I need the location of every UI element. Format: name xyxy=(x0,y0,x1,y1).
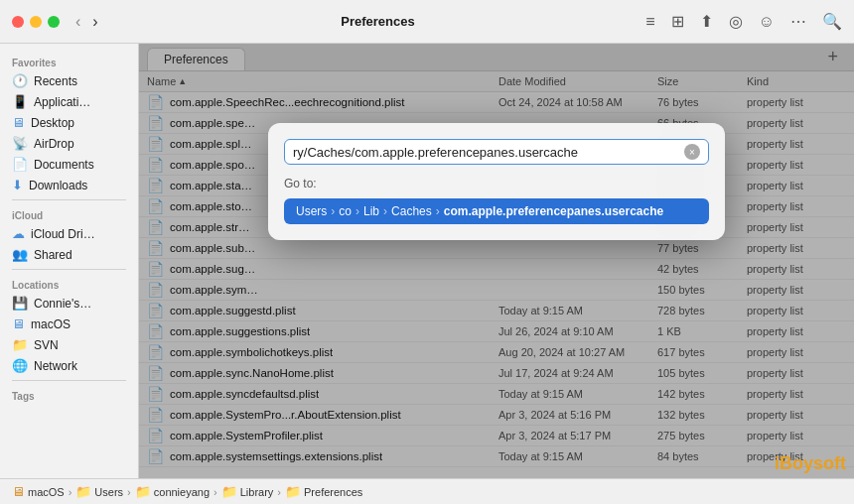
forward-button[interactable]: › xyxy=(88,11,101,33)
path-separator: › xyxy=(356,204,359,218)
sidebar-item-label: Documents xyxy=(34,158,94,172)
sidebar-item-downloads[interactable]: ⬇ Downloads xyxy=(0,175,138,195)
emoji-icon[interactable]: ☺ xyxy=(759,13,775,31)
sidebar-divider-3 xyxy=(12,380,126,381)
breadcrumb-folder-icon: 📁 xyxy=(75,484,91,499)
icloud-section-label: iCloud xyxy=(0,204,138,223)
sidebar-item-shared[interactable]: 👥 Shared xyxy=(0,244,138,265)
sidebar-item-applications[interactable]: 📱 Applicati… xyxy=(0,91,138,112)
breadcrumb-label: macOS xyxy=(28,486,65,498)
breadcrumb-item-users[interactable]: 📁 Users xyxy=(75,484,123,499)
title-bar: ‹ › Preferences ≡ ⊞ ⬆ ◎ ☺ ⋯ 🔍 xyxy=(0,0,854,44)
breadcrumb-item-macos[interactable]: 🖥 macOS xyxy=(12,484,65,499)
sidebar-item-icloud-drive[interactable]: ☁ iCloud Dri… xyxy=(0,223,138,244)
breadcrumb-label: Preferences xyxy=(304,486,362,498)
path-segment: co xyxy=(339,204,352,218)
sidebar-item-airdrop[interactable]: 📡 AirDrop xyxy=(0,133,138,154)
dialog-input-row: × xyxy=(284,139,709,165)
breadcrumb-item-library[interactable]: 📁 Library xyxy=(221,484,274,499)
breadcrumb-label: Library xyxy=(240,486,274,498)
documents-icon: 📄 xyxy=(12,157,28,172)
window-title: Preferences xyxy=(110,14,646,29)
path-separator: › xyxy=(436,204,440,218)
sidebar-item-label: SVN xyxy=(34,338,59,352)
breadcrumb-separator: › xyxy=(214,486,217,498)
nav-buttons: ‹ › xyxy=(71,11,102,33)
sidebar-item-label: Downloads xyxy=(29,179,87,192)
goto-dialog-overlay: × Go to: Users›co›Lib›Caches›com.apple.p… xyxy=(139,44,854,478)
back-button[interactable]: ‹ xyxy=(71,11,84,33)
breadcrumb-label: Users xyxy=(94,486,123,498)
breadcrumb-label: connieyang xyxy=(154,486,210,498)
breadcrumb-folder-icon: 📁 xyxy=(285,484,301,499)
favorites-section-label: Favorites xyxy=(0,52,138,70)
sidebar-item-recents[interactable]: 🕐 Recents xyxy=(0,70,138,91)
share-icon[interactable]: ⬆ xyxy=(700,12,713,31)
breadcrumb-item-preferences[interactable]: 📁 Preferences xyxy=(285,484,362,499)
breadcrumb-folder-icon: 🖥 xyxy=(12,484,25,499)
sidebar-item-label: iCloud Dri… xyxy=(31,227,95,241)
maximize-button[interactable] xyxy=(48,16,60,28)
path-segment: Users xyxy=(296,204,327,218)
network-icon: 🌐 xyxy=(12,358,28,373)
airdrop-icon: 📡 xyxy=(12,136,28,151)
sidebar-item-label: Desktop xyxy=(31,116,74,130)
sidebar-item-label: Shared xyxy=(34,248,72,262)
path-segment: Caches xyxy=(391,204,432,218)
svn-icon: 📁 xyxy=(12,337,28,352)
goto-path-row[interactable]: Users›co›Lib›Caches›com.apple.preference… xyxy=(284,198,709,224)
sidebar-item-label: Recents xyxy=(34,74,77,88)
toolbar-icons: ≡ ⊞ ⬆ ◎ ☺ ⋯ 🔍 xyxy=(645,12,842,31)
sidebar: Favorites 🕐 Recents 📱 Applicati… 🖥 Deskt… xyxy=(0,44,139,478)
sidebar-item-label: macOS xyxy=(31,317,71,331)
applications-icon: 📱 xyxy=(12,94,28,109)
tags-section-label: Tags xyxy=(0,385,138,404)
breadcrumb-item-connieyang[interactable]: 📁 connieyang xyxy=(135,484,210,499)
sidebar-divider-1 xyxy=(12,199,126,200)
sidebar-item-label: Network xyxy=(34,359,77,373)
minimize-button[interactable] xyxy=(30,16,42,28)
path-segment: Lib xyxy=(363,204,379,218)
recents-icon: 🕐 xyxy=(12,73,28,88)
sidebar-item-connies[interactable]: 💾 Connie's… xyxy=(0,293,138,314)
downloads-icon: ⬇ xyxy=(12,178,23,192)
main-layout: Favorites 🕐 Recents 📱 Applicati… 🖥 Deskt… xyxy=(0,44,854,478)
status-bar: 🖥 macOS › 📁 Users › 📁 connieyang › 📁 Lib… xyxy=(0,478,854,504)
path-separator: › xyxy=(331,204,335,218)
sidebar-item-svn[interactable]: 📁 SVN xyxy=(0,334,138,355)
shared-icon: 👥 xyxy=(12,247,28,262)
sidebar-item-desktop[interactable]: 🖥 Desktop xyxy=(0,112,138,133)
macos-icon: 🖥 xyxy=(12,316,25,331)
goto-dialog: × Go to: Users›co›Lib›Caches›com.apple.p… xyxy=(268,123,725,240)
sidebar-item-documents[interactable]: 📄 Documents xyxy=(0,154,138,175)
breadcrumb-separator: › xyxy=(69,486,72,498)
sidebar-item-label: AirDrop xyxy=(34,137,74,151)
sidebar-item-macos[interactable]: 🖥 macOS xyxy=(0,314,138,334)
icloud-icon: ☁ xyxy=(12,226,25,241)
close-button[interactable] xyxy=(12,16,24,28)
search-icon[interactable]: 🔍 xyxy=(822,12,842,31)
list-view-icon[interactable]: ≡ xyxy=(645,13,654,31)
breadcrumb-separator: › xyxy=(277,486,281,498)
sidebar-item-network[interactable]: 🌐 Network xyxy=(0,355,138,376)
desktop-icon: 🖥 xyxy=(12,115,25,130)
grid-view-icon[interactable]: ⊞ xyxy=(671,12,684,31)
breadcrumb-folder-icon: 📁 xyxy=(221,484,237,499)
path-segment: com.apple.preferencepanes.usercache xyxy=(444,204,663,218)
file-area: Preferences + Name ▲ Date Modified Size … xyxy=(139,44,854,478)
connies-icon: 💾 xyxy=(12,296,28,311)
goto-label: Go to: xyxy=(284,177,709,190)
traffic-lights xyxy=(12,16,60,28)
locations-section-label: Locations xyxy=(0,274,138,293)
breadcrumb-separator: › xyxy=(127,486,131,498)
more-icon[interactable]: ⋯ xyxy=(790,12,806,31)
goto-input[interactable] xyxy=(293,145,684,160)
tag-icon[interactable]: ◎ xyxy=(729,12,743,31)
breadcrumb-folder-icon: 📁 xyxy=(135,484,151,499)
sidebar-item-label: Applicati… xyxy=(34,95,90,109)
sidebar-divider-2 xyxy=(12,269,126,270)
sidebar-item-label: Connie's… xyxy=(34,297,91,311)
dialog-clear-button[interactable]: × xyxy=(684,144,700,160)
path-separator: › xyxy=(383,204,387,218)
